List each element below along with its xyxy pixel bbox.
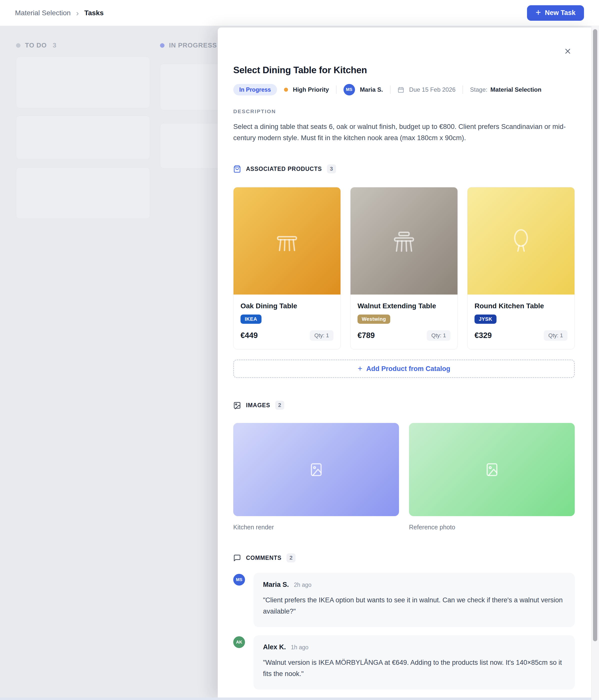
vertical-scrollbar-thumb[interactable] [593, 29, 597, 641]
column-todo-header: TO DO 3 [16, 42, 150, 49]
task-detail-panel: Select Dining Table for Kitchen In Progr… [218, 27, 592, 698]
comment-avatar: MS [233, 574, 245, 585]
comment-timestamp: 2h ago [294, 581, 311, 588]
comment-bubble: Maria S. 2h ago "Client prefers the IKEA… [254, 573, 575, 627]
product-price: €329 [475, 331, 492, 340]
comment-item: AK Alex K. 1h ago "Walnut version is IKE… [233, 635, 575, 690]
column-in-progress-label: IN PROGRESS [169, 42, 217, 49]
in-progress-status-dot [160, 43, 165, 48]
product-quantity: Qty: 1 [427, 330, 451, 341]
product-card-oak-dining-table[interactable]: Oak Dining Table IKEA €449 Qty: 1 [233, 187, 341, 350]
stage-value: Material Selection [490, 86, 541, 93]
column-todo-count: 3 [53, 42, 56, 49]
due-date: Due 15 Feb 2026 [409, 86, 455, 93]
chevron-right-icon: › [76, 9, 79, 17]
description-text: Select a dining table that seats 6, oak … [233, 121, 575, 143]
new-task-button[interactable]: + New Task [527, 5, 584, 21]
breadcrumb-tasks: Tasks [84, 9, 103, 17]
comments-label: COMMENTS [246, 555, 282, 561]
brand-badge: JYSK [475, 315, 497, 324]
stage-label: Stage: [470, 86, 487, 93]
image-placeholder-icon [308, 461, 325, 478]
product-image-placeholder [234, 188, 340, 295]
add-product-label: Add Product from Catalog [366, 365, 450, 373]
comment-item: MS Maria S. 2h ago "Client prefers the I… [233, 573, 575, 627]
comment-bubble: Alex K. 1h ago "Walnut version is IKEA M… [254, 635, 575, 690]
task-title: Select Dining Table for Kitchen [233, 65, 575, 75]
priority-label: High Priority [293, 86, 329, 93]
comments-count: 2 [287, 553, 295, 562]
close-panel-button[interactable] [562, 46, 574, 57]
image-reference-photo[interactable] [409, 423, 575, 516]
meta-divider [462, 85, 463, 94]
status-badge[interactable]: In Progress [233, 84, 277, 95]
task-card-placeholder[interactable] [16, 57, 150, 108]
horizontal-scrollbar-track[interactable] [0, 698, 592, 700]
product-price: €789 [358, 331, 375, 340]
product-price: €449 [240, 331, 258, 340]
image-caption-reference-photo: Reference photo [409, 524, 575, 531]
product-card-walnut-extending-table[interactable]: Walnut Extending Table Westwing €789 Qty… [350, 187, 458, 350]
plus-icon: + [358, 365, 362, 373]
column-todo-label: TO DO [25, 42, 47, 49]
product-quantity: Qty: 1 [310, 330, 334, 341]
plus-icon: + [535, 8, 541, 17]
calendar-icon [398, 86, 404, 93]
product-name: Oak Dining Table [240, 302, 334, 310]
images-header: IMAGES 2 [233, 401, 575, 410]
image-placeholder-icon [484, 461, 500, 478]
breadcrumb-material-selection[interactable]: Material Selection [15, 9, 71, 17]
add-product-from-catalog-button[interactable]: + Add Product from Catalog [233, 359, 575, 378]
task-card-placeholder[interactable] [16, 116, 150, 159]
comment-author: Alex K. [263, 643, 286, 651]
images-grid [233, 423, 575, 516]
extending-table-icon [389, 226, 419, 256]
comment-author: Maria S. [263, 581, 289, 589]
product-image-placeholder [468, 188, 575, 295]
assignee-avatar: MS [343, 84, 355, 95]
associated-products-header: ASSOCIATED PRODUCTS 3 [233, 165, 575, 173]
product-card-round-kitchen-table[interactable]: Round Kitchen Table JYSK €329 Qty: 1 [467, 187, 575, 350]
image-icon [233, 401, 241, 409]
breadcrumb: Material Selection › Tasks [15, 9, 104, 17]
image-captions: Kitchen render Reference photo [233, 524, 575, 531]
associated-products-label: ASSOCIATED PRODUCTS [246, 166, 322, 172]
comments-header: COMMENTS 2 [233, 553, 575, 562]
image-caption-kitchen-render: Kitchen render [233, 524, 399, 531]
product-quantity: Qty: 1 [544, 330, 568, 341]
assignee-name: Maria S. [360, 86, 383, 93]
meta-divider [336, 85, 336, 94]
column-todo: TO DO 3 [16, 42, 150, 219]
vertical-scrollbar-track[interactable] [591, 26, 599, 700]
close-icon [564, 48, 571, 55]
comment-avatar: AK [233, 636, 245, 648]
round-table-icon [506, 226, 536, 256]
product-image-placeholder [351, 188, 457, 295]
meta-divider [390, 85, 390, 94]
priority-dot-icon [284, 88, 288, 92]
brand-badge: Westwing [358, 315, 390, 324]
images-count: 2 [275, 401, 284, 410]
table-icon [272, 226, 302, 256]
top-header: Material Selection › Tasks + New Task [0, 0, 599, 26]
product-name: Round Kitchen Table [475, 302, 568, 310]
comment-text: "Walnut version is IKEA MÖRBYLÅNGA at €6… [263, 657, 565, 679]
task-card-placeholder[interactable] [16, 167, 150, 219]
todo-status-dot [16, 43, 21, 48]
description-heading: DESCRIPTION [233, 108, 575, 115]
brand-badge: IKEA [240, 315, 262, 324]
comment-bubble-icon [233, 554, 241, 562]
comment-timestamp: 1h ago [291, 644, 309, 651]
product-name: Walnut Extending Table [358, 302, 451, 310]
comments-list: MS Maria S. 2h ago "Client prefers the I… [233, 573, 575, 690]
shopping-bag-icon [233, 165, 241, 173]
images-label: IMAGES [246, 402, 270, 409]
products-grid: Oak Dining Table IKEA €449 Qty: 1 Walnut… [233, 187, 575, 350]
comment-text: "Client prefers the IKEA option but want… [263, 595, 565, 617]
associated-products-count: 3 [327, 165, 336, 173]
image-kitchen-render[interactable] [233, 423, 399, 516]
task-meta-row: In Progress High Priority MS Maria S. Du… [233, 84, 575, 95]
new-task-label: New Task [545, 9, 575, 17]
